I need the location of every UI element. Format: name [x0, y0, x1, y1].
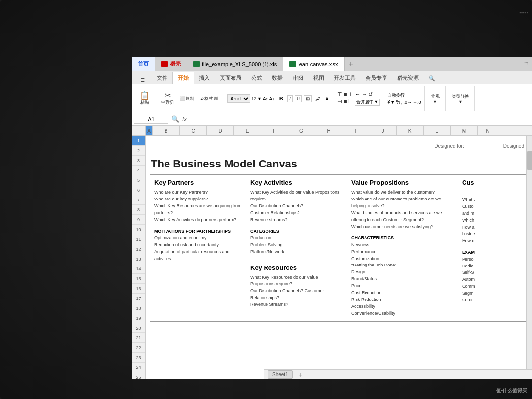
thousands-button[interactable]: , [401, 100, 403, 105]
italic-button[interactable]: I [287, 95, 293, 102]
fill-color-button[interactable]: 🖊 [314, 96, 322, 102]
row-num-7[interactable]: 7 [132, 195, 145, 205]
tab-wps[interactable]: 稻壳 [155, 57, 187, 71]
search-formula-icon[interactable]: 🔍 [171, 115, 179, 123]
row-num-18[interactable]: 18 [132, 303, 145, 313]
merge-center-button[interactable]: 合并居中▼ [355, 99, 380, 106]
ribbon-tab-search[interactable]: 🔍 [424, 73, 440, 84]
col-header-a[interactable]: A [146, 126, 153, 135]
col-header-g[interactable]: G [288, 126, 315, 135]
font-family-select[interactable]: Arial [227, 94, 250, 103]
row-num-12[interactable]: 12 [132, 244, 145, 254]
col-header-h[interactable]: H [315, 126, 342, 135]
row-num-16[interactable]: 16 [132, 284, 145, 294]
row-num-22[interactable]: 22 [132, 343, 145, 353]
ribbon-tab-file[interactable]: 文件 [152, 72, 172, 84]
font-color-button[interactable]: A̲ [324, 96, 330, 102]
row-num-9[interactable]: 9 [132, 215, 145, 225]
row-num-15[interactable]: 15 [132, 274, 145, 284]
col-header-f[interactable]: F [261, 126, 288, 135]
tab-home[interactable]: 首页 [132, 57, 155, 71]
row-num-20[interactable]: 20 [132, 323, 145, 333]
ribbon-tab-vip[interactable]: 会员专享 [361, 72, 392, 84]
kr-q3: Revenue Streams? [250, 301, 343, 308]
align-left-button[interactable]: ⊣ [337, 99, 342, 106]
align-right-button[interactable]: ⊢ [348, 99, 353, 106]
new-tab-button[interactable]: + [345, 58, 357, 70]
type-convert-button[interactable]: 类型转换 ▼ [450, 92, 471, 105]
percent-button[interactable]: % [396, 100, 400, 105]
text-direction-button[interactable]: ↺ [368, 91, 373, 98]
row-num-17[interactable]: 17 [132, 294, 145, 303]
align-middle-button[interactable]: ≡ [344, 91, 347, 98]
ribbon-tab-review[interactable]: 审阅 [288, 72, 308, 84]
row-num-1[interactable]: 1 [132, 136, 145, 146]
col-header-m[interactable]: M [451, 126, 478, 135]
underline-button[interactable]: U [295, 95, 302, 102]
copy-button[interactable]: ⬜复制 [178, 95, 196, 103]
align-center-button[interactable]: ≡ [344, 99, 347, 106]
border-button[interactable]: ⊞ [304, 95, 312, 102]
ribbon-tab-resources[interactable]: 稻壳资源 [392, 72, 424, 84]
indent-increase-button[interactable]: → [362, 91, 367, 98]
tab-xls[interactable]: file_example_XLS_5000 (1).xls [187, 57, 283, 71]
grid-content[interactable]: Designed for: Designed The Business Mode… [146, 136, 532, 379]
menu-icon[interactable]: ☰ [136, 77, 150, 84]
sheet-tab[interactable]: Sheet1 [268, 370, 293, 379]
row-num-19[interactable]: 19 [132, 313, 145, 323]
bold-button[interactable]: B [277, 94, 285, 103]
row-num-2[interactable]: 2 [132, 146, 145, 156]
decimal-decrease-button[interactable]: ←.0 [413, 100, 421, 105]
currency-button[interactable]: ¥▼ [387, 100, 395, 105]
decimal-increase-button[interactable]: .0→ [403, 100, 412, 105]
col-header-e[interactable]: E [234, 126, 261, 135]
indent-decrease-button[interactable]: ← [355, 91, 360, 98]
ribbon-tab-formula[interactable]: 公式 [246, 72, 267, 84]
ribbon-tab-view[interactable]: 视图 [308, 72, 329, 84]
row-num-14[interactable]: 14 [132, 264, 145, 274]
col-header-j[interactable]: J [369, 126, 397, 135]
vp-c1: Newness [351, 242, 454, 249]
row-num-3[interactable]: 3 [132, 156, 145, 166]
col-header-i[interactable]: I [342, 126, 369, 135]
scrollbar-thumb[interactable] [527, 151, 532, 170]
paste-button[interactable]: 📋 粘贴 [138, 91, 152, 107]
row-num-24[interactable]: 24 [132, 363, 145, 372]
col-header-n[interactable]: N [478, 126, 498, 135]
col-header-l[interactable]: L [424, 126, 451, 135]
vertical-scrollbar[interactable] [526, 136, 532, 379]
col-header-d[interactable]: D [207, 126, 234, 135]
row-num-4[interactable]: 4 [132, 166, 145, 175]
add-sheet-button[interactable]: + [299, 371, 302, 379]
font-size-down[interactable]: ▼ [257, 96, 262, 101]
ribbon-tab-dev[interactable]: 开发工具 [329, 72, 361, 84]
cell-reference-input[interactable] [134, 115, 168, 124]
row-num-23[interactable]: 23 [132, 353, 145, 363]
row-num-8[interactable]: 8 [132, 205, 145, 215]
row-num-10[interactable]: 10 [132, 225, 145, 234]
row-num-5[interactable]: 5 [132, 175, 145, 185]
align-bottom-button[interactable]: ⊥ [348, 91, 353, 98]
row-num-11[interactable]: 11 [132, 234, 145, 244]
row-num-25[interactable]: 25 [132, 372, 145, 379]
col-header-c[interactable]: C [180, 126, 207, 135]
tab-xlsx[interactable]: lean-canvas.xlsx [283, 57, 344, 71]
ribbon-tab-start[interactable]: 开始 [172, 72, 194, 84]
formula-input[interactable] [190, 115, 530, 124]
ribbon-tab-data[interactable]: 数据 [267, 72, 288, 84]
font-increase-button[interactable]: A↑ [263, 96, 268, 101]
col-header-k[interactable]: K [397, 126, 424, 135]
row-num-21[interactable]: 21 [132, 333, 145, 343]
cut-button[interactable]: ✂ ✂剪切 [159, 91, 176, 107]
ribbon-tab-layout[interactable]: 页面布局 [215, 72, 246, 84]
wps-label: 稻壳 [170, 60, 181, 67]
ribbon-tab-insert[interactable]: 插入 [194, 72, 215, 84]
col-header-b[interactable]: B [153, 126, 180, 135]
format-painter-button[interactable]: 🖌格式刷 [198, 95, 220, 103]
align-top-button[interactable]: ⊤ [337, 91, 342, 98]
font-decrease-button[interactable]: A↓ [269, 96, 275, 101]
row-num-6[interactable]: 6 [132, 185, 145, 195]
auto-wrap-button[interactable]: 自动换行 [387, 92, 421, 99]
row-num-13[interactable]: 13 [132, 254, 145, 264]
normal-style-button[interactable]: 常规 ▼ [429, 92, 442, 105]
